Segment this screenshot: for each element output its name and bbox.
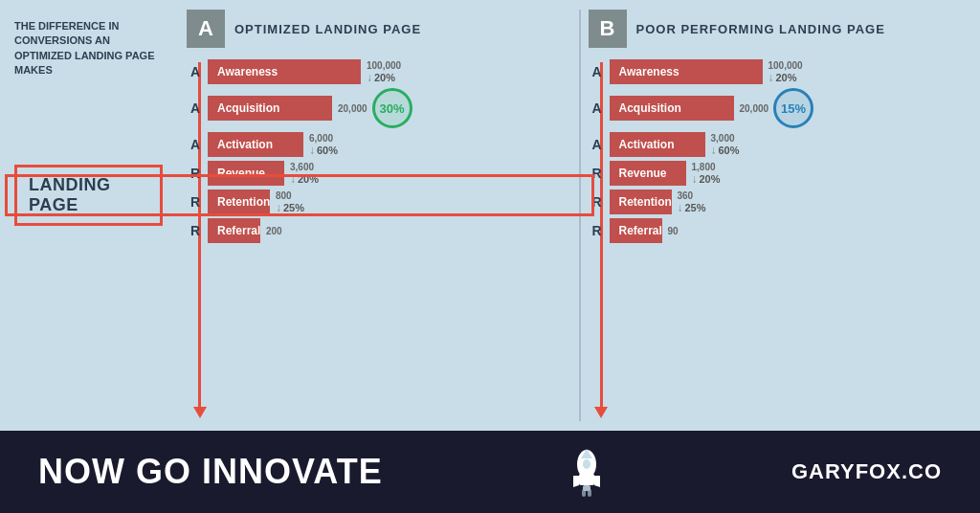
funnel-a-row-awareness: A Awareness 100,000 ↓ 20% <box>187 59 569 84</box>
awareness-bar-a: Awareness <box>208 59 361 84</box>
funnel-a-row-referral: R Referral 200 <box>187 218 569 243</box>
awareness-bar-b: Awareness <box>610 59 763 84</box>
funnel-a-row-retention: R Retention 800 ↓ 25% <box>187 190 569 214</box>
activation-bar-a: Activation <box>208 132 303 157</box>
landing-page-label: LANDING PAGE <box>29 175 111 214</box>
acquisition-bar-a: Acquisition <box>208 96 332 121</box>
conversion-highlight-b: 15% <box>773 88 813 128</box>
funnel-a-header: A OPTIMIZED LANDING PAGE <box>187 10 569 48</box>
funnel-b-row-revenue: R Revenue 1,800 ↓ 20% <box>589 161 971 186</box>
rocket-icon <box>566 445 608 499</box>
svg-point-5 <box>583 459 590 469</box>
svg-rect-1 <box>579 474 594 485</box>
funnel-a: A OPTIMIZED LANDING PAGE A Awareness 100… <box>177 0 579 431</box>
funnel-a-row-revenue: R Revenue 3,600 ↓ 20% <box>187 161 569 186</box>
retention-bar-b: Retention <box>610 190 672 214</box>
funnel-divider <box>579 10 581 421</box>
svg-rect-7 <box>582 489 586 497</box>
landing-page-box: LANDING PAGE <box>14 165 163 226</box>
revenue-bar-a: Revenue <box>208 161 284 186</box>
funnel-b: B POOR PERFORMING LANDING PAGE A Awarene… <box>579 0 981 431</box>
funnel-b-letter: B <box>589 10 627 48</box>
retention-bar-a: Retention <box>208 190 270 214</box>
svg-rect-8 <box>588 489 591 497</box>
panel-title: THE DIFFERENCE IN CONVERSIONS AN OPTIMIZ… <box>14 19 163 78</box>
funnel-a-title: OPTIMIZED LANDING PAGE <box>234 22 421 36</box>
funnels-container: A OPTIMIZED LANDING PAGE A Awareness 100… <box>177 0 980 431</box>
activation-bar-b: Activation <box>610 132 705 157</box>
funnel-b-row-awareness: A Awareness 100,000 ↓ 20% <box>589 59 971 84</box>
funnel-b-title: POOR PERFORMING LANDING PAGE <box>636 22 885 36</box>
footer-right-text: GARYFOX.CO <box>791 459 942 484</box>
funnel-a-row-activation: A Activation 6,000 ↓ 60% <box>187 132 569 157</box>
revenue-bar-b: Revenue <box>610 161 686 186</box>
funnel-a-letter: A <box>187 10 225 48</box>
footer: NOW GO INNOVATE GARYFOX.CO <box>0 431 980 513</box>
conversion-highlight-a: 30% <box>372 88 412 128</box>
funnel-b-row-referral: R Referral 90 <box>589 218 971 243</box>
acquisition-bar-b: Acquisition <box>610 96 734 121</box>
funnel-b-row-retention: R Retention 360 ↓ 25% <box>589 190 971 214</box>
referral-bar-b: Referral <box>610 218 662 243</box>
left-description-panel: THE DIFFERENCE IN CONVERSIONS AN OPTIMIZ… <box>0 0 177 431</box>
svg-marker-3 <box>573 476 579 487</box>
funnel-b-row-activation: A Activation 3,000 ↓ 60% <box>589 132 971 157</box>
funnel-b-row-acquisition: A Acquisition 20,000 15% <box>589 88 971 128</box>
footer-left-text: NOW GO INNOVATE <box>38 452 383 492</box>
referral-bar-a: Referral <box>208 218 260 243</box>
svg-marker-4 <box>594 476 600 487</box>
funnel-b-header: B POOR PERFORMING LANDING PAGE <box>589 10 971 48</box>
funnel-a-row-acquisition: A Acquisition 20,000 30% <box>187 88 569 128</box>
